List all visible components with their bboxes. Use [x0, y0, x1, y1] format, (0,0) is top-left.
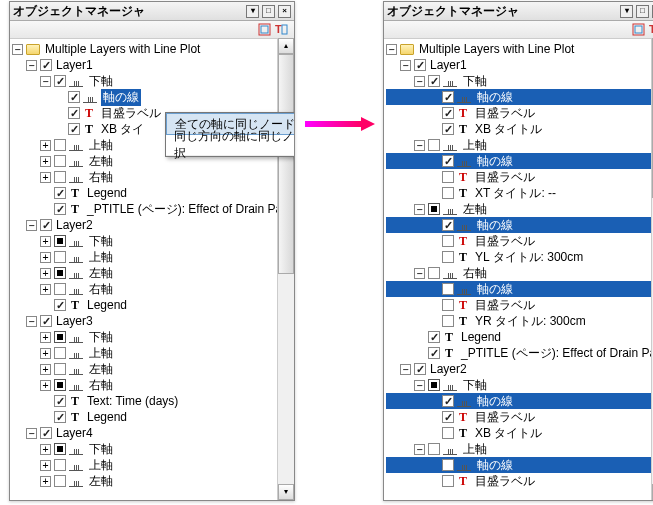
checkbox[interactable]: ✓ — [68, 107, 80, 119]
expander-icon[interactable]: + — [40, 236, 51, 247]
minimize-btn[interactable]: □ — [262, 5, 275, 18]
checkbox[interactable]: ✓ — [442, 219, 454, 231]
checkbox[interactable]: ✓ — [40, 427, 52, 439]
axis-line-node[interactable]: 軸の線 — [475, 281, 515, 298]
layer-node[interactable]: Layer3 — [54, 314, 95, 328]
checkbox[interactable]: ✓ — [442, 107, 454, 119]
legend-node[interactable]: Legend — [85, 186, 129, 200]
axis-node[interactable]: 右軸 — [461, 265, 489, 282]
panel-titlebar[interactable]: オブジェクトマネージャ ▾ □ × — [10, 2, 294, 21]
expander-icon[interactable]: + — [40, 348, 51, 359]
ptitle-node[interactable]: _PTITLE (ページ): Effect of Drain Pa — [459, 345, 653, 362]
layer-node[interactable]: Layer1 — [54, 58, 95, 72]
ptitle-node[interactable]: _PTITLE (ページ): Effect of Drain Pa — [85, 201, 284, 218]
checkbox[interactable]: ✓ — [68, 123, 80, 135]
tool-icon-1[interactable] — [258, 23, 271, 36]
expander-icon[interactable]: − — [414, 140, 425, 151]
axis-node[interactable]: 上軸 — [87, 345, 115, 362]
checkbox[interactable] — [442, 187, 454, 199]
checkbox[interactable] — [442, 427, 454, 439]
axis-node[interactable]: 右軸 — [87, 281, 115, 298]
checkbox[interactable] — [428, 443, 440, 455]
yr-title-node[interactable]: YR タイトル: 300cm — [473, 313, 588, 330]
scroll-up-btn[interactable]: ▴ — [278, 38, 294, 54]
checkbox[interactable] — [54, 283, 66, 295]
axis-node[interactable]: 下軸 — [87, 233, 115, 250]
tick-label-node[interactable]: 目盛ラベル — [473, 105, 537, 122]
expander-icon[interactable]: + — [40, 172, 51, 183]
scroll-down-btn[interactable]: ▾ — [278, 484, 294, 500]
layer-node[interactable]: Layer1 — [428, 58, 469, 72]
fillbox[interactable] — [54, 443, 66, 455]
checkbox[interactable]: ✓ — [442, 123, 454, 135]
checkbox[interactable]: ✓ — [54, 299, 66, 311]
checkbox[interactable] — [442, 171, 454, 183]
expander-icon[interactable]: + — [40, 156, 51, 167]
tick-label-node[interactable]: 目盛ラベル — [473, 169, 537, 186]
checkbox[interactable]: ✓ — [428, 75, 440, 87]
scroll-thumb[interactable] — [278, 54, 294, 274]
axis-node[interactable]: 左軸 — [461, 201, 489, 218]
checkbox[interactable]: ✓ — [54, 75, 66, 87]
checkbox[interactable] — [428, 267, 440, 279]
checkbox[interactable] — [54, 347, 66, 359]
checkbox[interactable]: ✓ — [40, 315, 52, 327]
axis-node[interactable]: 左軸 — [87, 473, 115, 490]
fillbox[interactable] — [428, 379, 440, 391]
xb-title-node[interactable]: XB タイ — [99, 121, 146, 138]
expander-icon[interactable]: + — [40, 140, 51, 151]
tick-label-node[interactable]: 目盛ラベル — [99, 105, 163, 122]
axis-line-node[interactable]: 軸の線 — [475, 457, 515, 474]
axis-line-node[interactable]: 軸の線 — [475, 393, 515, 410]
root-node[interactable]: Multiple Layers with Line Plot — [417, 42, 576, 56]
axis-line-node[interactable]: 軸の線 — [475, 217, 515, 234]
checkbox[interactable]: ✓ — [54, 395, 66, 407]
expander-icon[interactable]: − — [26, 316, 37, 327]
checkbox[interactable] — [428, 139, 440, 151]
expander-icon[interactable]: − — [414, 268, 425, 279]
expander-icon[interactable]: + — [40, 380, 51, 391]
checkbox[interactable] — [54, 155, 66, 167]
expander-icon[interactable]: + — [40, 332, 51, 343]
checkbox[interactable]: ✓ — [442, 395, 454, 407]
checkbox[interactable] — [442, 475, 454, 487]
checkbox[interactable]: ✓ — [428, 331, 440, 343]
close-btn[interactable]: × — [278, 5, 291, 18]
axis-node[interactable]: 下軸 — [87, 441, 115, 458]
tool-icon-1[interactable] — [632, 23, 645, 36]
expander-icon[interactable]: + — [40, 444, 51, 455]
text-node[interactable]: Text: Time (days) — [85, 394, 180, 408]
expander-icon[interactable]: − — [26, 428, 37, 439]
ctx-select-same-direction[interactable]: 同じ方向の軸に同じノードを選択 — [166, 135, 295, 156]
expander-icon[interactable]: − — [414, 76, 425, 87]
axis-node[interactable]: 左軸 — [87, 265, 115, 282]
tool-icon-2[interactable]: T — [649, 23, 653, 36]
expander-icon[interactable]: − — [400, 364, 411, 375]
expander-icon[interactable]: − — [12, 44, 23, 55]
expander-icon[interactable]: + — [40, 476, 51, 487]
expander-icon[interactable]: − — [414, 444, 425, 455]
root-node[interactable]: Multiple Layers with Line Plot — [43, 42, 202, 56]
tick-label-node[interactable]: 目盛ラベル — [473, 409, 537, 426]
expander-icon[interactable]: − — [414, 204, 425, 215]
checkbox[interactable]: ✓ — [40, 59, 52, 71]
axis-line-node[interactable]: 軸の線 — [475, 89, 515, 106]
checkbox[interactable] — [54, 251, 66, 263]
checkbox[interactable]: ✓ — [442, 411, 454, 423]
expander-icon[interactable]: + — [40, 364, 51, 375]
legend-node[interactable]: Legend — [85, 410, 129, 424]
checkbox[interactable]: ✓ — [68, 91, 80, 103]
axis-node[interactable]: 左軸 — [87, 153, 115, 170]
expander-icon[interactable]: + — [40, 284, 51, 295]
tree-view[interactable]: −Multiple Layers with Line Plot −✓Layer1… — [10, 39, 294, 501]
axis-node[interactable]: 上軸 — [87, 457, 115, 474]
xt-title-node[interactable]: XT タイトル: -- — [473, 185, 558, 202]
checkbox[interactable] — [442, 235, 454, 247]
axis-node[interactable]: 下軸 — [87, 73, 115, 90]
checkbox[interactable] — [442, 315, 454, 327]
dropdown-btn[interactable]: ▾ — [246, 5, 259, 18]
axis-line-node[interactable]: 軸の線 — [475, 153, 515, 170]
axis-node[interactable]: 上軸 — [87, 249, 115, 266]
checkbox[interactable] — [442, 251, 454, 263]
axis-node[interactable]: 上軸 — [87, 137, 115, 154]
